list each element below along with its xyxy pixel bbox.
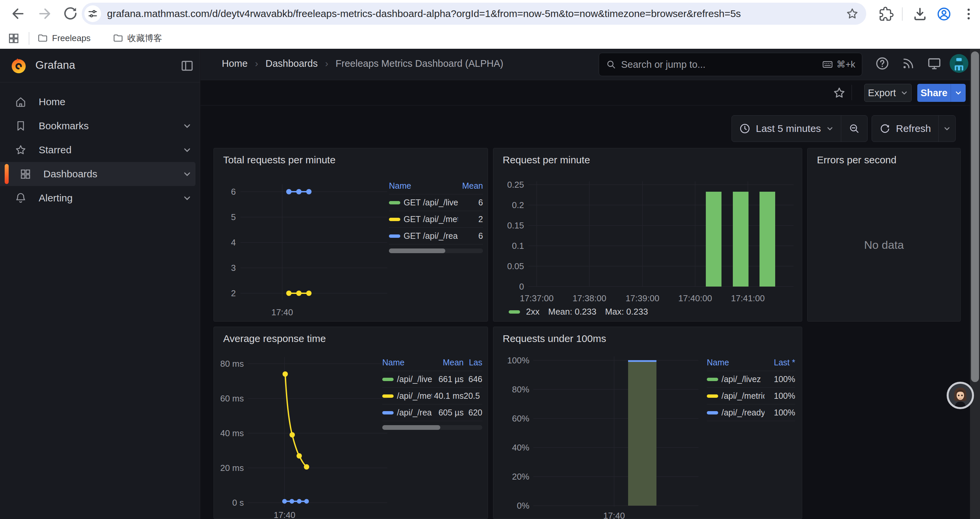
panel-title[interactable]: Request per minute <box>503 154 590 166</box>
dock-sidebar-icon[interactable] <box>180 59 194 73</box>
panel-total-requests[interactable]: Total requests per minute 6 5 4 3 2 17:4… <box>213 148 488 322</box>
sidebar-item-label: Home <box>39 96 65 107</box>
forward-icon[interactable] <box>37 6 53 21</box>
sidebar-item-alerting[interactable]: Alerting <box>0 186 200 210</box>
series-metrics-line <box>283 371 309 469</box>
series-name[interactable]: GET /api/_/readyz <box>404 231 458 241</box>
legend-row[interactable]: GET /api/_/readyz 6 <box>389 228 483 244</box>
legend-row[interactable]: /api/_/metrics 100% <box>707 388 795 404</box>
site-settings-icon[interactable] <box>84 5 101 22</box>
series-name[interactable]: GET /api/_/metrics <box>404 214 458 224</box>
address-bar[interactable]: grafana.mathmast.com/d/deytv4rwavabkb/fr… <box>82 3 866 25</box>
chevron-down-icon[interactable] <box>183 121 191 130</box>
request-per-minute-chart[interactable]: 0.25 0.2 0.15 0.1 0.05 0 17:37:00 17:38:… <box>500 170 796 304</box>
share-dropdown-button[interactable] <box>951 84 966 102</box>
refresh-button[interactable]: Refresh <box>872 115 938 142</box>
bookmark-folder-blogs[interactable]: 收藏博客 <box>113 31 162 45</box>
legend-header-name[interactable]: Name <box>389 181 458 191</box>
legend-header-mean[interactable]: Mean <box>432 358 464 367</box>
series-name[interactable]: /api/_/metrics <box>721 391 765 401</box>
legend-header-last[interactable]: Las <box>464 358 482 367</box>
legend-row[interactable]: /api/_/readyz 100% <box>707 404 795 421</box>
total-requests-chart[interactable]: 6 5 4 3 2 17:40 <box>221 175 387 319</box>
zoom-out-button[interactable] <box>841 115 867 142</box>
no-data-message: No data <box>808 238 960 251</box>
legend-row[interactable]: /api/_/readyz 605 µs 620 <box>382 404 482 421</box>
profile-icon[interactable] <box>937 7 951 21</box>
favorite-star-icon[interactable] <box>832 86 846 99</box>
legend-scrollbar[interactable] <box>382 425 482 430</box>
breadcrumb-dashboards[interactable]: Dashboards <box>266 58 318 69</box>
y-tick: 0 <box>519 281 524 292</box>
apps-grid-icon[interactable] <box>7 32 20 45</box>
sidebar-item-bookmarks[interactable]: Bookmarks <box>0 114 200 138</box>
avg-response-time-chart[interactable]: 80 ms 60 ms 40 ms 20 ms 0 s 17:40 <box>221 350 387 519</box>
sidebar-item-home[interactable]: Home <box>0 90 200 114</box>
menu-dots-icon[interactable] <box>961 7 976 21</box>
panel-errors-per-second[interactable]: Errors per second No data <box>807 148 961 322</box>
url-text[interactable]: grafana.mathmast.com/d/deytv4rwavabkb/fr… <box>107 8 846 19</box>
sidebar-item-starred[interactable]: Starred <box>0 138 200 162</box>
news-rss-icon[interactable] <box>901 56 916 71</box>
series-name[interactable]: /api/_/metrics <box>397 391 432 401</box>
series-name[interactable]: /api/_/livez <box>721 374 761 384</box>
share-button[interactable]: Share <box>917 84 951 102</box>
search-box[interactable]: ⌘+k <box>599 53 862 76</box>
page-scrollbar[interactable] <box>970 49 980 519</box>
back-icon[interactable] <box>10 6 25 21</box>
y-tick: 80 ms <box>221 359 244 369</box>
legend-row[interactable]: GET /api/_/metrics 2 <box>389 211 483 228</box>
monitor-icon[interactable] <box>927 56 942 71</box>
refresh-interval-dropdown[interactable] <box>939 115 955 142</box>
legend-row[interactable]: GET /api/_/livez 6 <box>389 194 483 211</box>
x-tick: 17:40 <box>603 511 625 519</box>
legend-header-last[interactable]: Last * <box>765 358 795 367</box>
chevron-down-icon[interactable] <box>183 170 191 178</box>
series-name[interactable]: /api/_/readyz <box>397 408 432 417</box>
scrollbar-thumb[interactable] <box>971 51 979 382</box>
legend-header-mean[interactable]: Mean <box>458 181 483 191</box>
export-button[interactable]: Export <box>864 84 912 102</box>
legend-scrollbar[interactable] <box>389 249 483 253</box>
grafana-logo-icon[interactable] <box>10 56 28 75</box>
series-name[interactable]: /api/_/livez <box>397 374 432 384</box>
floating-assistant-avatar[interactable] <box>947 382 974 409</box>
legend-row[interactable]: /api/_/metrics 40.1 ms 20.5 m <box>382 388 482 404</box>
series-name[interactable]: GET /api/_/livez <box>404 198 458 208</box>
series-name[interactable]: /api/_/readyz <box>721 408 765 417</box>
download-icon[interactable] <box>913 7 927 21</box>
series-readyz-line <box>286 189 312 194</box>
breadcrumb: Home › Dashboards › Freeleaps Metrics Da… <box>222 58 503 69</box>
scrollbar-thumb[interactable] <box>389 249 445 253</box>
series-mean: 6 <box>458 231 483 241</box>
legend-row[interactable]: /api/_/livez 661 µs 646 <box>382 371 482 388</box>
chevron-down-icon[interactable] <box>183 194 191 203</box>
panel-request-per-minute[interactable]: Request per minute 0.25 0.2 0.15 0.1 0.0… <box>493 148 802 322</box>
panel-avg-response-time[interactable]: Average response time 80 ms 60 ms 40 ms … <box>213 327 488 519</box>
extensions-icon[interactable] <box>879 7 894 21</box>
panel-title[interactable]: Total requests per minute <box>223 154 336 166</box>
sidebar-item-dashboards[interactable]: Dashboards <box>0 162 196 186</box>
search-input[interactable] <box>621 59 822 70</box>
chevron-down-icon[interactable] <box>183 145 191 154</box>
scrollbar-thumb[interactable] <box>382 425 440 430</box>
panel-requests-under-100ms[interactable]: Requests under 100ms 100% 80% 60% 40% 20… <box>493 327 802 519</box>
legend-header-name[interactable]: Name <box>707 358 765 367</box>
requests-under-100ms-chart[interactable]: 100% 80% 60% 40% 20% 0% 17:40 <box>500 350 700 519</box>
panel-title[interactable]: Average response time <box>223 333 326 344</box>
breadcrumb-home[interactable]: Home <box>222 58 248 69</box>
brand-name[interactable]: Grafana <box>35 59 75 72</box>
panel-title[interactable]: Errors per second <box>817 154 896 166</box>
help-icon[interactable] <box>875 56 889 71</box>
bookmark-star-icon[interactable] <box>846 7 859 21</box>
series-name[interactable]: 2xx <box>526 307 539 317</box>
y-tick: 6 <box>231 187 236 197</box>
user-avatar[interactable] <box>950 54 968 73</box>
time-range-picker[interactable]: Last 5 minutes <box>732 115 841 142</box>
legend-header-name[interactable]: Name <box>382 358 432 367</box>
bookmark-folder-freeleaps[interactable]: Freeleaps <box>37 31 91 45</box>
legend-table: Name Mean Las /api/_/livez 661 µs 646 /a… <box>382 355 482 430</box>
legend-row[interactable]: /api/_/livez 100% <box>707 371 795 388</box>
reload-icon[interactable] <box>63 6 78 21</box>
panel-title[interactable]: Requests under 100ms <box>503 333 606 344</box>
